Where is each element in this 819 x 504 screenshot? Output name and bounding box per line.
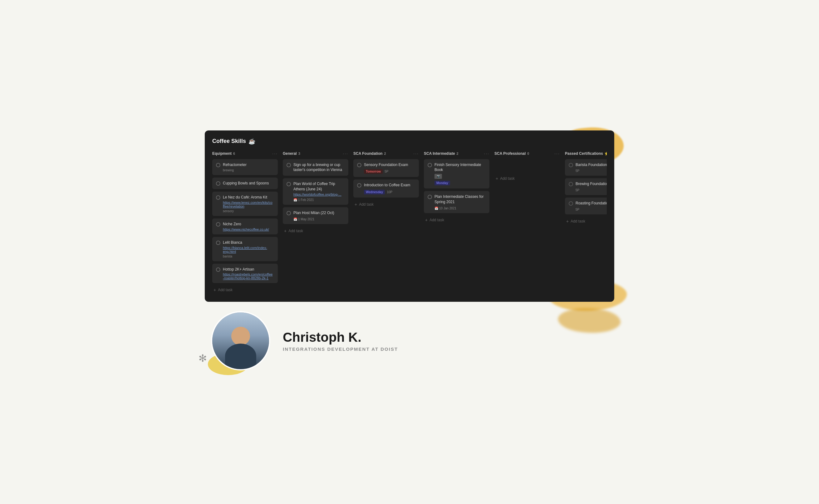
task-checkbox[interactable] <box>216 181 220 186</box>
column-title-sca-intermediate: SCA Intermediate 2 <box>424 151 459 156</box>
page-wrapper: Coffee Skills ☕ Equipment 6 ··· <box>205 130 614 374</box>
task-card[interactable]: Roasting Foundation 5P <box>565 198 607 214</box>
add-icon: + <box>566 219 569 224</box>
task-checkbox[interactable] <box>216 195 220 200</box>
flower-decoration: ✻ <box>199 352 207 364</box>
task-text: Refractometer <box>223 162 247 168</box>
task-checkbox[interactable] <box>357 163 361 167</box>
column-menu-sca-foundation[interactable]: ··· <box>413 151 419 156</box>
task-checkbox[interactable] <box>287 182 291 186</box>
avatar <box>211 311 270 370</box>
column-title-passed: Passed Certifications ⭐ 3 <box>565 151 607 156</box>
task-text: Cupping Bowls and Spoons <box>223 181 274 186</box>
task-text: Introduction to Coffee Exam <box>364 183 410 188</box>
task-card[interactable]: Sensory Foundation Exam Tomorrow 5P <box>353 159 419 177</box>
avatar-wrapper: ✻ <box>211 311 270 370</box>
task-tag: brewing <box>223 169 247 172</box>
task-text: Plan World of Coffee Trip Athens (June 2… <box>293 181 345 192</box>
column-sca-intermediate: SCA Intermediate 2 ··· Finish Sensory In… <box>424 151 489 295</box>
task-card[interactable]: Le Nez du Café: Aroma Kit https://www.le… <box>212 192 278 216</box>
task-points: 5P <box>576 208 579 211</box>
task-card[interactable]: Finish Sensory Intermediate Book 📷 Monda… <box>424 159 489 189</box>
task-link[interactable]: https://worldofcoffee.org/blog-... <box>293 193 345 196</box>
add-task-label: Add task <box>288 229 303 233</box>
task-text: Sensory Foundation Exam <box>364 162 408 168</box>
column-passed-certifications: Passed Certifications ⭐ 3 ··· Barista Fo… <box>565 151 607 295</box>
task-card[interactable]: Plan World of Coffee Trip Athens (June 2… <box>283 178 348 205</box>
task-link[interactable]: https://bianca.lelit.com/index-eng.html <box>223 246 267 253</box>
task-text: Niche Zero <box>223 222 269 227</box>
add-task-button[interactable]: + Add task <box>424 216 489 224</box>
task-text: Lelit Bianca <box>223 240 267 245</box>
board-title: Coffee Skills ☕ <box>212 138 607 145</box>
task-checkbox[interactable] <box>216 222 220 227</box>
task-checkbox[interactable] <box>287 163 291 167</box>
board-title-text: Coffee Skills <box>212 138 246 144</box>
task-text: Roasting Foundation <box>576 201 607 206</box>
column-menu-equipment[interactable]: ··· <box>272 151 278 156</box>
kanban-board: Coffee Skills ☕ Equipment 6 ··· <box>205 130 614 302</box>
column-title-sca-professional: SCA Professional 0 <box>494 151 529 156</box>
task-points: 5P <box>576 188 579 192</box>
task-points: 5P <box>385 170 388 173</box>
add-task-label: Add task <box>429 218 444 222</box>
star-icon: ⭐ <box>605 151 607 156</box>
calendar-icon: 📅 <box>434 207 438 210</box>
task-checkbox[interactable] <box>428 163 432 167</box>
task-card[interactable]: Plan Intermediate Classes for Spring 202… <box>424 191 489 213</box>
column-header-general: General 3 ··· <box>283 151 348 156</box>
task-checkbox[interactable] <box>428 195 432 199</box>
add-task-button[interactable]: + Add task <box>565 217 607 226</box>
task-checkbox[interactable] <box>357 183 361 188</box>
add-task-label: Add task <box>359 202 374 207</box>
task-link[interactable]: https://www.lenez.com/en/kits/coffee/rev… <box>223 201 272 208</box>
column-menu-general[interactable]: ··· <box>343 151 348 156</box>
add-task-button[interactable]: + Add task <box>353 200 419 209</box>
add-icon: + <box>355 202 357 207</box>
task-card[interactable]: Brewing Foundation 5P <box>565 178 607 195</box>
task-checkbox[interactable] <box>287 211 291 215</box>
deadline-badge: Monday <box>434 181 450 185</box>
task-checkbox[interactable] <box>216 267 220 272</box>
task-card[interactable]: Cupping Bowls and Spoons <box>212 178 278 189</box>
task-card[interactable]: Refractometer brewing <box>212 159 278 175</box>
task-card[interactable]: Hottop 2K+ Artisan https://roastrebels.c… <box>212 264 278 283</box>
task-link[interactable]: https://www.nichecoffee.co.uk/ <box>223 228 269 231</box>
task-text: Plan Intermediate Classes for Spring 202… <box>434 194 486 205</box>
task-image-thumb: 📷 <box>434 174 442 179</box>
person-info: Christoph K. Integrations Development at… <box>283 330 614 352</box>
task-date: 📅 1 Feb 2021 <box>293 198 314 202</box>
column-header-sca-intermediate: SCA Intermediate 2 ··· <box>424 151 489 156</box>
task-link[interactable]: https://roastrebels.com/en/coffee-roaste… <box>223 272 272 280</box>
add-icon: + <box>284 228 287 233</box>
task-checkbox[interactable] <box>569 182 573 186</box>
task-text: Barista Foundation <box>576 162 607 168</box>
column-menu-sca-professional[interactable]: ··· <box>554 151 560 156</box>
task-card[interactable]: Plan Host Milan (22 Oct) 📅 1 May 2021 <box>283 207 348 224</box>
column-equipment: Equipment 6 ··· Refractometer brewing <box>212 151 278 295</box>
task-checkbox[interactable] <box>216 163 220 167</box>
column-empty <box>494 159 560 172</box>
task-card[interactable]: Introduction to Coffee Exam Wednesday 10… <box>353 179 419 198</box>
column-header-sca-foundation: SCA Foundation 2 ··· <box>353 151 419 156</box>
task-tag: barista <box>223 255 267 258</box>
task-text: Finish Sensory Intermediate Book <box>434 162 486 173</box>
task-card[interactable]: Niche Zero https://www.nichecoffee.co.uk… <box>212 218 278 234</box>
task-checkbox[interactable] <box>569 201 573 206</box>
task-points: 10P <box>387 190 392 194</box>
column-sca-foundation: SCA Foundation 2 ··· Sensory Foundation … <box>353 151 419 295</box>
person-role: Integrations Development at Doist <box>283 346 614 352</box>
column-general: General 3 ··· Sign up for a brewing or c… <box>283 151 348 295</box>
add-task-button[interactable]: + Add task <box>494 174 560 183</box>
task-card[interactable]: Lelit Bianca https://bianca.lelit.com/in… <box>212 237 278 261</box>
task-text: Hottop 2K+ Artisan <box>223 267 272 272</box>
task-checkbox[interactable] <box>569 163 573 167</box>
task-text: Plan Host Milan (22 Oct) <box>293 210 334 216</box>
add-task-button[interactable]: + Add task <box>283 227 348 235</box>
add-task-button[interactable]: + Add task <box>212 286 278 294</box>
task-checkbox[interactable] <box>216 241 220 245</box>
task-card[interactable]: Sign up for a brewing or cup taster's co… <box>283 159 348 176</box>
task-card[interactable]: Barista Foundation 5P <box>565 159 607 176</box>
column-menu-sca-intermediate[interactable]: ··· <box>484 151 489 156</box>
column-title-general: General 3 <box>283 151 300 156</box>
